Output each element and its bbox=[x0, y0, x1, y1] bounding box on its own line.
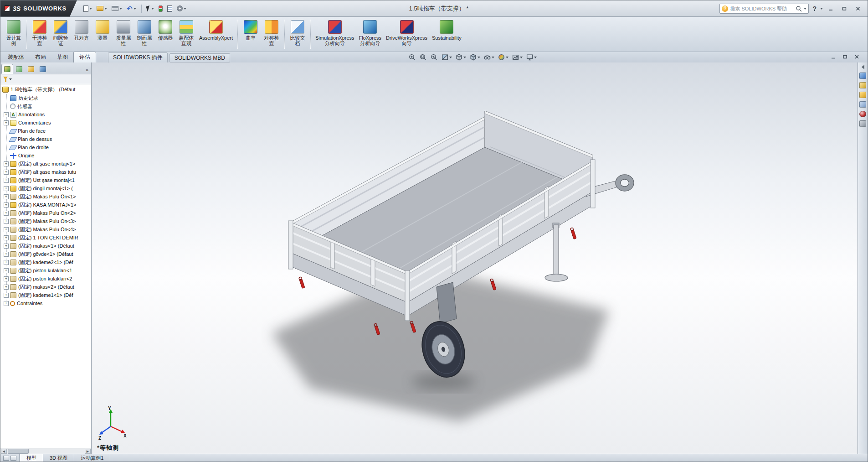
split-view-icon[interactable] bbox=[10, 456, 16, 461]
print-button[interactable] bbox=[110, 5, 124, 12]
previous-view-icon[interactable] bbox=[429, 53, 439, 62]
tree-item[interactable]: (固定) gövde<1> (Défaut bbox=[0, 250, 91, 258]
expand-icon[interactable] bbox=[4, 120, 9, 125]
trailer-model[interactable] bbox=[92, 62, 858, 454]
tree-root-item[interactable]: 1.5吨拖车（带支撑） (Défaut bbox=[0, 85, 91, 94]
design-library-icon[interactable] bbox=[859, 82, 866, 88]
tree-item[interactable]: Origine bbox=[0, 151, 91, 160]
doc-close-button[interactable] bbox=[852, 53, 861, 61]
mode-tab[interactable]: 运动算例1 bbox=[74, 454, 110, 462]
ribbon-button[interactable]: 传感器 bbox=[155, 19, 176, 42]
tree-item[interactable]: (固定) KASA MONTAJ<1> bbox=[0, 201, 91, 209]
command-tab[interactable]: 评估 bbox=[73, 52, 96, 62]
tree-item[interactable]: Commentaires bbox=[0, 119, 91, 127]
ribbon-button[interactable]: DriveWorksXpress 向导 bbox=[384, 19, 430, 47]
scrollbar-thumb[interactable] bbox=[8, 449, 29, 454]
expand-icon[interactable] bbox=[4, 252, 9, 257]
expand-icon[interactable] bbox=[4, 161, 9, 166]
tree-item[interactable]: (固定) Üst şase montaj<1 bbox=[0, 176, 91, 184]
custom-properties-icon[interactable] bbox=[859, 120, 866, 127]
expand-icon[interactable] bbox=[4, 244, 9, 249]
filter-funnel-icon[interactable] bbox=[3, 77, 8, 82]
ribbon-button[interactable]: 间隙验 证 bbox=[50, 19, 71, 47]
tree-item[interactable]: (固定) 1 TON ÇEKİ DEMİR bbox=[0, 234, 91, 242]
appearances-icon[interactable] bbox=[859, 111, 866, 117]
ribbon-button[interactable]: 比较文 档 bbox=[287, 19, 308, 47]
hide-show-items-icon[interactable] bbox=[483, 53, 495, 62]
expand-icon[interactable] bbox=[4, 285, 9, 290]
command-tab[interactable]: 布局 bbox=[30, 52, 51, 62]
doc-restore-button[interactable] bbox=[840, 53, 849, 61]
expand-icon[interactable] bbox=[4, 235, 9, 240]
rebuild-button[interactable] bbox=[157, 4, 164, 13]
ribbon-button[interactable]: 质量属 性 bbox=[113, 19, 134, 47]
options-button[interactable] bbox=[175, 4, 188, 13]
select-tool-button[interactable] bbox=[145, 5, 156, 13]
restore-window-button[interactable] bbox=[838, 4, 850, 13]
collapse-taskpane-icon[interactable] bbox=[862, 65, 864, 69]
tree-item[interactable]: (固定) makas<2> (Défaut bbox=[0, 283, 91, 291]
doc-minimize-button[interactable] bbox=[828, 53, 837, 61]
section-view-icon[interactable] bbox=[440, 53, 453, 62]
ribbon-button[interactable]: 装配体 直观 bbox=[176, 19, 197, 47]
expand-icon[interactable] bbox=[4, 170, 9, 175]
resources-icon[interactable] bbox=[859, 73, 866, 79]
search-options-chevron-icon[interactable] bbox=[804, 8, 806, 10]
tree-horizontal-scrollbar[interactable]: ◀ ▶ bbox=[0, 448, 91, 454]
expand-icon[interactable] bbox=[4, 276, 9, 281]
tree-item[interactable]: (固定) Makas Pulu Ön<3> bbox=[0, 217, 91, 225]
help-chevron-icon[interactable] bbox=[820, 8, 823, 10]
ribbon-button[interactable]: 孔对齐 bbox=[71, 19, 92, 42]
expand-icon[interactable] bbox=[4, 260, 9, 265]
expand-icon[interactable] bbox=[4, 186, 9, 191]
tree-item[interactable]: (固定) piston kulakları<1 bbox=[0, 266, 91, 275]
tree-item[interactable]: Annotations bbox=[0, 110, 91, 119]
tree-item[interactable]: (固定) alt şase montaj<1> bbox=[0, 160, 91, 168]
command-tab[interactable]: 装配体 bbox=[2, 52, 30, 62]
tree-item[interactable]: (固定) makas<1> (Défaut bbox=[0, 242, 91, 250]
ribbon-button[interactable]: 设计算 例 bbox=[3, 19, 24, 47]
tree-item[interactable]: 历史记录 bbox=[0, 94, 91, 102]
command-tab[interactable]: 草图 bbox=[51, 52, 73, 62]
help-search-box[interactable]: ? bbox=[719, 4, 809, 14]
expand-icon[interactable] bbox=[4, 219, 9, 224]
tree-item[interactable]: (固定) kademe2<1> (Déf bbox=[0, 258, 91, 266]
file-properties-button[interactable] bbox=[165, 4, 174, 13]
ribbon-button[interactable]: Sustainability bbox=[430, 19, 464, 42]
addin-tab[interactable]: SOLIDWORKS MBD bbox=[169, 53, 230, 62]
view-palette-icon[interactable] bbox=[859, 101, 866, 108]
ribbon-button[interactable]: FloXpress 分析向导 bbox=[357, 19, 384, 47]
tree-item[interactable]: (固定) Makas Pulu Ön<2> bbox=[0, 209, 91, 217]
search-icon[interactable] bbox=[796, 5, 802, 12]
tree-item[interactable]: (固定) dingil montaj<1> ( bbox=[0, 184, 91, 192]
tree-item[interactable]: Plan de dessus bbox=[0, 135, 91, 143]
display-style-icon[interactable] bbox=[468, 53, 481, 62]
filter-chevron-icon[interactable] bbox=[9, 78, 12, 80]
expand-icon[interactable] bbox=[4, 211, 9, 216]
ribbon-button[interactable]: 对称检 查 bbox=[261, 19, 282, 47]
tree-item[interactable]: (固定) Makas Pulu Ön<1> bbox=[0, 192, 91, 201]
tree-item[interactable]: (固定) piston kulakları<2 bbox=[0, 275, 91, 283]
minimize-window-button[interactable] bbox=[825, 4, 837, 13]
edit-appearance-icon[interactable] bbox=[497, 53, 509, 62]
close-window-button[interactable] bbox=[852, 4, 864, 13]
new-document-button[interactable] bbox=[82, 4, 94, 13]
open-document-button[interactable] bbox=[95, 5, 109, 12]
expand-icon[interactable] bbox=[4, 268, 9, 273]
tree-item[interactable]: Plan de face bbox=[0, 127, 91, 135]
mode-tab[interactable]: 3D 视图 bbox=[43, 454, 74, 462]
expand-icon[interactable] bbox=[4, 178, 9, 183]
expand-icon[interactable] bbox=[4, 194, 9, 199]
tree-item[interactable]: (固定) kademe1<1> (Déf bbox=[0, 291, 91, 299]
scroll-left-icon[interactable]: ◀ bbox=[1, 449, 7, 454]
zoom-area-icon[interactable] bbox=[418, 53, 428, 62]
expand-icon[interactable] bbox=[4, 112, 9, 117]
tree-item[interactable]: Plan de droite bbox=[0, 143, 91, 151]
panel-tabs-overflow-button[interactable]: » bbox=[84, 67, 90, 74]
tab-property-manager[interactable] bbox=[13, 64, 25, 74]
tree-item[interactable]: (固定) Makas Pulu Ön<4> bbox=[0, 225, 91, 234]
mode-tab[interactable]: 模型 bbox=[20, 454, 43, 462]
view-settings-icon[interactable] bbox=[525, 53, 538, 62]
addin-tab[interactable]: SOLIDWORKS 插件 bbox=[108, 52, 168, 63]
ribbon-button[interactable]: 曲率 bbox=[240, 19, 261, 42]
